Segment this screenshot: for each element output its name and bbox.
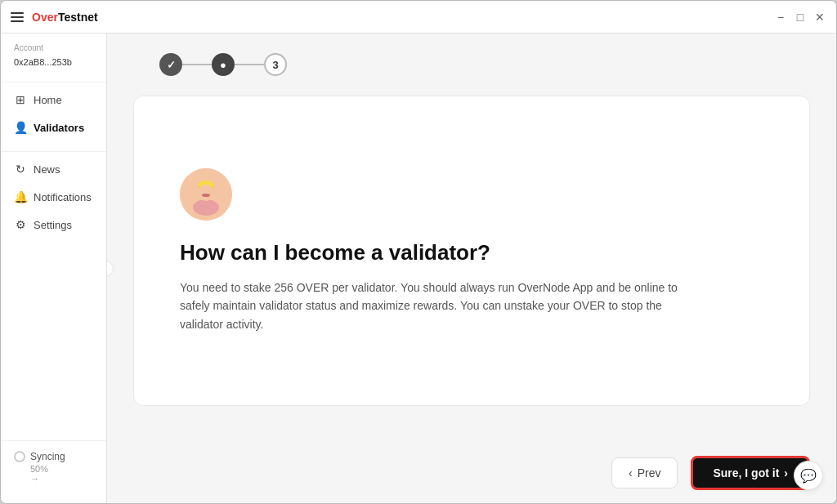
- main-inner: ✓ ● 3: [107, 33, 836, 443]
- sidebar-item-settings-label: Settings: [34, 219, 72, 231]
- prev-icon: ‹: [629, 466, 633, 479]
- svg-point-3: [193, 199, 219, 216]
- syncing-label: Syncing: [30, 451, 65, 462]
- app-title: OverTestnet: [32, 11, 98, 24]
- account-label: Account: [14, 43, 93, 52]
- app-title-prefix: Over: [32, 11, 58, 24]
- avatar: [180, 168, 232, 221]
- syncing-row: Syncing: [14, 451, 93, 462]
- sidebar-item-news-label: News: [34, 163, 60, 176]
- sidebar-divider-mid: [1, 151, 106, 152]
- app-title-suffix: Testnet: [58, 11, 98, 24]
- sidebar-item-validators-label: Validators: [34, 122, 84, 134]
- sync-arrow: →: [30, 474, 93, 484]
- notifications-icon: 🔔: [14, 190, 27, 203]
- hamburger-menu[interactable]: [11, 12, 24, 22]
- chat-button[interactable]: 💬: [794, 461, 823, 490]
- sidebar-item-notifications[interactable]: 🔔 Notifications: [1, 183, 106, 211]
- chat-icon: 💬: [800, 468, 817, 484]
- prev-button[interactable]: ‹ Prev: [611, 457, 678, 488]
- maximize-button[interactable]: □: [794, 11, 807, 24]
- sidebar: Account 0x2aB8...253b ⊞ Home 👤 Validator…: [1, 33, 107, 503]
- footer-actions: ‹ Prev Sure, I got it ›: [107, 443, 836, 503]
- sidebar-item-validators[interactable]: 👤 Validators: [1, 114, 106, 141]
- sidebar-item-home-label: Home: [34, 94, 62, 106]
- svg-point-5: [202, 194, 210, 197]
- next-button[interactable]: Sure, I got it ›: [691, 456, 810, 490]
- sidebar-item-settings[interactable]: ⚙ Settings: [1, 211, 106, 239]
- step-3: 3: [264, 53, 287, 76]
- titlebar-left: OverTestnet: [11, 11, 98, 24]
- home-icon: ⊞: [14, 93, 27, 106]
- stepper: ✓ ● 3: [159, 53, 810, 76]
- news-icon: ↻: [14, 163, 27, 176]
- minimize-button[interactable]: −: [774, 11, 787, 24]
- sidebar-item-home[interactable]: ⊞ Home: [1, 86, 106, 114]
- next-label: Sure, I got it: [713, 466, 779, 479]
- info-card: How can I become a validator? You need t…: [133, 96, 810, 406]
- card-title: How can I become a validator?: [180, 240, 490, 265]
- step-2: ●: [212, 53, 235, 76]
- account-section: Account 0x2aB8...253b: [1, 43, 106, 78]
- sync-percent: 50%: [30, 464, 93, 474]
- next-icon: ›: [784, 466, 788, 479]
- card-body: You need to stake 256 OVER per validator…: [180, 279, 703, 333]
- step-line-2: [235, 64, 264, 65]
- svg-point-4: [198, 185, 214, 201]
- app-window: OverTestnet − □ ✕ Account 0x2aB8...253b …: [0, 0, 837, 504]
- sidebar-item-notifications-label: Notifications: [34, 191, 92, 203]
- content-area: Account 0x2aB8...253b ⊞ Home 👤 Validator…: [1, 33, 836, 503]
- prev-label: Prev: [638, 466, 661, 479]
- titlebar-controls: − □ ✕: [774, 11, 826, 24]
- step-line-1: [182, 64, 212, 65]
- close-button[interactable]: ✕: [813, 11, 826, 24]
- sidebar-divider-top: [1, 82, 106, 83]
- main-content: ‹ ✓ ● 3: [107, 33, 836, 503]
- step-1: ✓: [159, 53, 182, 76]
- account-address: 0x2aB8...253b: [14, 57, 72, 67]
- titlebar: OverTestnet − □ ✕: [1, 1, 836, 33]
- sidebar-bottom: Syncing 50% →: [1, 440, 106, 493]
- sync-circle-icon: [14, 451, 25, 462]
- validators-icon: 👤: [14, 121, 27, 134]
- settings-icon: ⚙: [14, 218, 27, 231]
- sidebar-item-news[interactable]: ↻ News: [1, 155, 106, 183]
